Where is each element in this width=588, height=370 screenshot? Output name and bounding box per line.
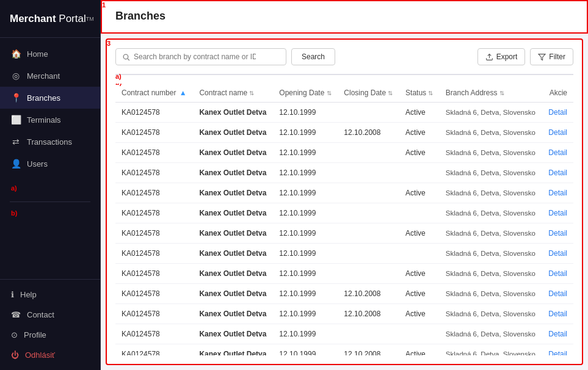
cell-action[interactable]: Detail (542, 304, 573, 324)
cell-action[interactable]: Detail (542, 324, 573, 344)
cell-status (399, 324, 440, 344)
detail-link[interactable]: Detail (548, 350, 567, 355)
col-status: Status ⇅ (399, 84, 440, 103)
cell-contract-name: Kanex Outlet Detva (193, 344, 273, 356)
detail-link[interactable]: Detail (548, 169, 567, 177)
main-content: 1 Branches 3 a) Search Export (101, 0, 588, 370)
table-row: KA0124578 Kanex Outlet Detva 12.10.1999 … (115, 264, 573, 284)
detail-link[interactable]: Detail (548, 330, 567, 338)
cell-action[interactable]: Detail (542, 223, 573, 244)
contact-icon: ☎ (11, 310, 21, 319)
detail-link[interactable]: Detail (548, 310, 567, 318)
cell-closing-date (338, 143, 399, 163)
cell-status (399, 244, 440, 264)
detail-link[interactable]: Detail (548, 289, 567, 298)
detail-link[interactable]: Detail (548, 269, 567, 278)
cell-address: Skladná 6, Detva, Slovensko (440, 264, 542, 284)
annotation-b-table: b) (115, 84, 122, 86)
search-input[interactable] (134, 53, 256, 61)
cell-status: Active (399, 223, 440, 244)
sidebar-item-logout[interactable]: ⏻ Odhlásiť (0, 345, 100, 365)
filter-button[interactable]: Filter (530, 48, 573, 65)
sidebar-item-merchant[interactable]: ◎ Merchant (0, 65, 100, 87)
col-opening-date: Opening Date ⇅ (273, 84, 338, 103)
cell-address: Skladná 6, Detva, Slovensko (440, 163, 542, 183)
svg-marker-3 (539, 54, 545, 60)
sidebar-item-help[interactable]: ℹ Help (0, 285, 100, 305)
cell-contract-number: KA0124578 (115, 123, 193, 143)
table-row: KA0124578 Kanex Outlet Detva 12.10.1999 … (115, 244, 573, 264)
sidebar-item-profile-label: Profile (24, 330, 46, 339)
sidebar-divider (10, 201, 90, 202)
cell-action[interactable]: Detail (542, 183, 573, 203)
sidebar-item-terminals[interactable]: ⬜ Terminals (0, 109, 100, 131)
cell-contract-number: KA0124578 (115, 344, 193, 356)
sidebar-item-terminals-label: Terminals (27, 115, 61, 125)
cell-action[interactable]: Detail (542, 143, 573, 163)
cell-status: Active (399, 183, 440, 203)
cell-closing-date (338, 163, 399, 183)
cell-closing-date (338, 203, 399, 223)
sidebar-item-home[interactable]: 🏠 Home (0, 43, 100, 65)
cell-action[interactable]: Detail (542, 163, 573, 183)
search-input-wrap[interactable] (115, 48, 286, 65)
cell-opening-date: 12.10.1999 (273, 244, 338, 264)
sidebar-annotation-a: a) (11, 184, 89, 192)
detail-link[interactable]: Detail (548, 229, 567, 238)
col-action: Akcie (542, 84, 573, 103)
sidebar-item-profile[interactable]: ⊙ Profile (0, 325, 100, 345)
cell-closing-date (338, 324, 399, 344)
cell-action[interactable]: Detail (542, 103, 573, 123)
detail-link[interactable]: Detail (548, 209, 567, 217)
detail-link[interactable]: Detail (548, 189, 567, 197)
cell-status: Active (399, 143, 440, 163)
cell-action[interactable]: Detail (542, 203, 573, 223)
sidebar-item-users[interactable]: 👤 Users (0, 153, 100, 175)
section-num-1: 1 (102, 1, 106, 9)
detail-link[interactable]: Detail (548, 249, 567, 258)
sidebar-item-branches[interactable]: 📍 Branches (0, 87, 100, 109)
branches-table: Contract number ▲ Contract name ⇅ Openin… (115, 84, 573, 355)
cell-address: Skladná 6, Detva, Slovensko (440, 304, 542, 324)
table-container: b) Contract number ▲ Contract name ⇅ Ope… (115, 84, 573, 355)
sidebar: Merchant PortalTM 🏠 Home ◎ Merchant 📍 Br… (0, 0, 101, 370)
svg-line-1 (128, 58, 129, 60)
detail-link[interactable]: Detail (548, 148, 567, 157)
table-row: KA0124578 Kanex Outlet Detva 12.10.1999 … (115, 103, 573, 123)
cell-address: Skladná 6, Detva, Slovensko (440, 223, 542, 244)
cell-action[interactable]: Detail (542, 284, 573, 304)
cell-address: Skladná 6, Detva, Slovensko (440, 284, 542, 304)
table-header: Contract number ▲ Contract name ⇅ Openin… (115, 84, 573, 103)
cell-action[interactable]: Detail (542, 264, 573, 284)
cell-action[interactable]: Detail (542, 244, 573, 264)
cell-status: Active (399, 123, 440, 143)
cell-address: Skladná 6, Detva, Slovensko (440, 244, 542, 264)
cell-contract-name: Kanex Outlet Detva (193, 223, 273, 244)
section-num-3: 3 (107, 40, 111, 47)
logout-icon: ⏻ (11, 350, 19, 360)
sidebar-item-contact[interactable]: ☎ Contact (0, 305, 100, 325)
cell-action[interactable]: Detail (542, 344, 573, 356)
app-logo: Merchant PortalTM (0, 0, 100, 38)
col-contract-number: Contract number ▲ (115, 84, 193, 103)
cell-opening-date: 12.10.1999 (273, 284, 338, 304)
merchant-icon: ◎ (11, 71, 21, 81)
cell-contract-number: KA0124578 (115, 223, 193, 244)
cell-action[interactable]: Detail (542, 123, 573, 143)
table-row: KA0124578 Kanex Outlet Detva 12.10.1999 … (115, 203, 573, 223)
detail-link[interactable]: Detail (548, 108, 567, 117)
cell-contract-name: Kanex Outlet Detva (193, 324, 273, 344)
sidebar-item-transactions[interactable]: ⇄ Transactions (0, 131, 100, 153)
cell-opening-date: 12.10.1999 (273, 183, 338, 203)
cell-address: Skladná 6, Detva, Slovensko (440, 344, 542, 356)
sidebar-item-users-label: Users (27, 159, 48, 169)
profile-icon: ⊙ (11, 330, 18, 339)
cell-contract-number: KA0124578 (115, 203, 193, 223)
detail-link[interactable]: Detail (548, 128, 567, 137)
export-button[interactable]: Export (477, 48, 526, 65)
search-button[interactable]: Search (291, 48, 335, 65)
sidebar-bottom: ℹ Help ☎ Contact ⊙ Profile ⏻ Odhlásiť (0, 279, 100, 370)
cell-contract-name: Kanex Outlet Detva (193, 103, 273, 123)
cell-status: Active (399, 284, 440, 304)
cell-contract-name: Kanex Outlet Detva (193, 123, 273, 143)
